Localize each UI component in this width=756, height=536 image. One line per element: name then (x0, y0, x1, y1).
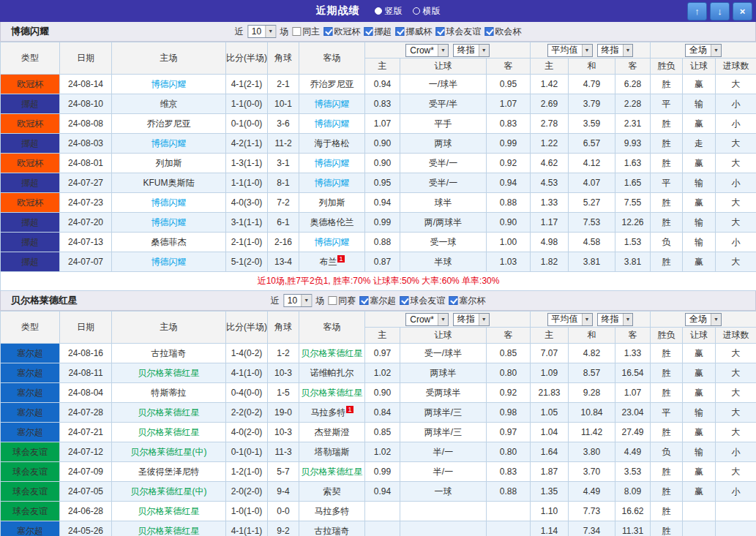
corner-score: 11-2 (268, 134, 299, 154)
league-type-badge: 挪超 (1, 252, 60, 272)
team-name-link[interactable]: 古拉瑞奇 (315, 526, 350, 536)
team-name-link[interactable]: 博德闪耀 (315, 237, 350, 247)
scope-select[interactable]: 全场 (685, 44, 722, 57)
team-name-link[interactable]: 贝尔格莱德红星 (302, 467, 363, 477)
scope-select[interactable]: 全场 (685, 313, 722, 326)
team-name-link[interactable]: 博德闪耀 (315, 158, 350, 168)
team-name-link[interactable]: 贝尔格莱德红星(中) (131, 447, 207, 457)
team-name-link[interactable]: 贝尔格莱德红星 (138, 427, 200, 437)
match-count-select[interactable]: 10 (283, 294, 312, 307)
handicap-odds-home: 1.02 (365, 442, 400, 462)
close-button[interactable]: × (733, 2, 752, 20)
corner-score: 9-4 (268, 482, 299, 502)
team-name-link[interactable]: 塔勒瑞斯 (315, 447, 350, 457)
team-name-link[interactable]: 博德闪耀 (315, 118, 350, 129)
match-row: 球会友谊24-07-09圣彼得堡泽尼特1-2(1-0)5-7贝尔格莱德红星0.9… (1, 462, 756, 482)
col-header-score: 比分(半场) (226, 312, 268, 344)
layout-radio-horizontal[interactable]: 横版 (413, 5, 441, 18)
team-name-link[interactable]: 贝尔格莱德红星 (138, 526, 200, 536)
corner-score: 3-1 (268, 154, 299, 173)
same-venue-checkbox[interactable]: 同赛 (328, 295, 356, 307)
team-name-link[interactable]: 博德闪耀 (315, 99, 350, 109)
sub-header-odds-away: 客 (487, 328, 531, 344)
team-name-link[interactable]: 博德闪耀 (151, 79, 187, 89)
matches-table-away: 类型 日期 主场 比分(半场) 角球 客场 Crow* 终指 平均值 终指 (0, 311, 756, 536)
odds-time-select[interactable]: 终指 (453, 313, 490, 326)
team-name-link[interactable]: 博德闪耀 (315, 178, 350, 188)
team-name-link[interactable]: 圣彼得堡泽尼特 (138, 467, 200, 477)
odds-time-select[interactable]: 终指 (453, 44, 490, 57)
team-name-link[interactable]: 贝尔格莱德红星 (138, 407, 200, 418)
team-name-link[interactable]: 博德闪耀 (151, 257, 187, 267)
league-filter-checkbox[interactable]: 球会友谊 (435, 26, 481, 38)
team-name-link[interactable]: 乔治罗尼亚 (310, 79, 354, 89)
team-name-link[interactable]: 布兰 (319, 257, 337, 267)
checkbox-label: 挪超 (374, 26, 392, 38)
avg-odds-draw: 3.79 (569, 94, 615, 114)
handicap-odds-home: 1.07 (365, 114, 400, 134)
avg-time-select[interactable]: 终指 (597, 44, 634, 57)
bookmaker-select[interactable]: Crow* (405, 44, 449, 57)
team-name-link[interactable]: 博德闪耀 (151, 138, 187, 148)
avg-odds-home: 1.05 (531, 403, 569, 423)
score: 2-2(0-2) (226, 403, 268, 423)
home-team: 贝尔格莱德红星 (112, 363, 226, 383)
same-venue-checkbox[interactable]: 同主 (292, 26, 320, 38)
league-filter-checkbox[interactable]: 挪威杯 (395, 26, 432, 38)
match-count-select[interactable]: 10 (247, 25, 276, 38)
team-name-link[interactable]: 贝尔格莱德红星(中) (131, 486, 207, 497)
avg-odds-away: 9.93 (615, 134, 651, 154)
team-name-link[interactable]: 马拉多特 (315, 506, 350, 516)
away-team: 奥德格伦兰 (299, 213, 365, 233)
bookmaker-select[interactable]: Crow* (405, 313, 449, 326)
home-team: 贝尔格莱德红星 (112, 502, 226, 521)
team-name-link[interactable]: 博德闪耀 (151, 217, 187, 227)
league-filter-checkbox[interactable]: 塞尔超 (359, 295, 396, 307)
league-filter-checkbox[interactable]: 球会友谊 (400, 295, 445, 307)
team-name-link[interactable]: 博德闪耀 (151, 197, 187, 208)
team-name-link[interactable]: 杰登斯澄 (315, 427, 350, 437)
avg-time-select[interactable]: 终指 (597, 313, 634, 326)
team-name-link[interactable]: 海于格松 (315, 138, 350, 148)
sub-header-avg-away: 客 (615, 58, 651, 75)
avg-odds-draw: 3.59 (569, 114, 615, 134)
team-name-link[interactable]: KFUM奥斯陆 (143, 178, 195, 188)
average-select[interactable]: 平均值 (547, 44, 593, 57)
team-name-link[interactable]: 列加斯 (156, 158, 182, 168)
team-name-link[interactable]: 乔治罗尼亚 (147, 118, 191, 129)
match-row: 欧冠杯24-07-23博德闪耀4-0(3-0)7-2列加斯0.94球半0.881… (1, 193, 756, 213)
handicap-odds-away: 0.85 (487, 344, 531, 363)
team-name-link[interactable]: 索契 (323, 486, 341, 497)
league-filter-checkbox[interactable]: 欧会杯 (484, 26, 521, 38)
layout-radio-vertical[interactable]: 竖版 (375, 5, 403, 18)
league-filter-checkbox[interactable]: 塞尔杯 (449, 295, 485, 307)
corner-score: 10-3 (268, 363, 299, 383)
score: 4-0(2-0) (226, 423, 268, 442)
team-name-link[interactable]: 桑德菲杰 (151, 237, 187, 247)
checkbox-icon (484, 27, 493, 36)
league-filter-checkbox[interactable]: 欧冠杯 (323, 26, 360, 38)
team-name-link[interactable]: 贝尔格莱德红星 (302, 348, 363, 358)
team-name-link[interactable]: 奥德格伦兰 (310, 217, 354, 227)
team-name-link[interactable]: 古拉瑞奇 (151, 348, 187, 358)
team-name-link[interactable]: 诺维帕扎尔 (310, 368, 354, 378)
result-goals: 大 (716, 403, 756, 423)
team-name-link[interactable]: 贝尔格莱德红星 (302, 388, 363, 398)
team-name-link[interactable]: 贝尔格莱德红星 (138, 368, 200, 378)
average-odds-header: 平均值 终指 (531, 42, 651, 58)
team-name-link[interactable]: 贝尔格莱德红星 (138, 506, 200, 516)
move-up-button[interactable]: ↑ (687, 2, 707, 20)
team-name-link[interactable]: 维京 (160, 99, 178, 109)
avg-odds-draw: 3.81 (569, 252, 615, 272)
away-team: 博德闪耀 (299, 154, 365, 173)
move-down-button[interactable]: ↓ (710, 2, 730, 20)
team-name-link[interactable]: 列加斯 (319, 197, 345, 208)
team-name-link[interactable]: 马拉多特 (310, 407, 345, 418)
corner-score: 8-1 (268, 173, 299, 193)
league-filter-checkbox[interactable]: 挪超 (364, 26, 392, 38)
handicap-line: 受两球半 (400, 383, 487, 403)
col-header-corner: 角球 (268, 42, 299, 75)
team-name-link[interactable]: 特斯蒂拉 (151, 388, 187, 398)
average-select[interactable]: 平均值 (547, 313, 593, 326)
team-name: 博德闪耀 (11, 25, 49, 38)
